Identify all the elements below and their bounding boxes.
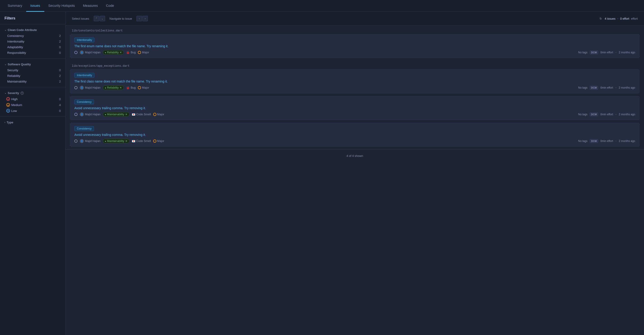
type-label: Type	[6, 121, 13, 124]
filter-section-severity-header[interactable]: ⌄ Severity ?	[0, 90, 65, 96]
time-text-3: 2 months ago	[619, 113, 635, 116]
nav-summary[interactable]: Summary	[4, 0, 26, 12]
filter-section-severity: ⌄ Severity ? ● High 0 ▲ Medium 4 ▼ Low 0	[0, 87, 65, 116]
select-next-button[interactable]: ⌄	[100, 16, 105, 21]
filter-responsibility[interactable]: Responsibility 0	[0, 50, 65, 56]
severity-help-icon[interactable]: ?	[20, 92, 24, 95]
smell-icon-2: 💌	[132, 140, 135, 143]
dcm-badge-1: DCM	[590, 51, 598, 54]
nav-measures[interactable]: Measures	[79, 0, 102, 12]
issue-card-2[interactable]: Intentionality The first class name does…	[70, 70, 640, 93]
software-quality-label: Software Quality	[8, 62, 31, 66]
filter-reliability[interactable]: Reliability 2	[0, 73, 65, 79]
severity-label: Severity	[8, 91, 19, 95]
filter-section-type-header[interactable]: › Type	[0, 119, 65, 126]
filter-intentionality-label: Intentionality	[7, 40, 24, 43]
issue-severity-label-1: Major	[142, 51, 149, 54]
effort-text-3: 0min effort	[600, 113, 613, 116]
chevron-down-icon-sq: ⌄	[4, 63, 6, 66]
status-radio-2[interactable]	[74, 86, 78, 89]
refresh-icon[interactable]: ↻	[598, 16, 603, 21]
issue-card-1[interactable]: Intentionality The first enum name does …	[70, 34, 640, 58]
issue-tag-intentionality-1: Intentionality	[74, 38, 94, 42]
severity-dot-2	[138, 86, 141, 89]
severity-low-label: Low	[11, 109, 17, 112]
status-radio-4[interactable]	[74, 140, 78, 143]
issue-tag-consistency-2: Consistency	[74, 126, 94, 131]
status-radio-3[interactable]	[74, 113, 78, 116]
badge-reliability-x-1: ✕	[120, 51, 122, 54]
no-tags-2: No tags	[578, 86, 587, 89]
filter-consistency-label: Consistency	[7, 34, 24, 38]
sidebar: Filters ⌄ Clean Code Attribute Consisten…	[0, 12, 66, 335]
issue-group-2: lib/exceptions/app_exceptions.dart Inten…	[66, 61, 644, 93]
filter-adaptability[interactable]: Adaptability 0	[0, 44, 65, 50]
severity-dot-4	[153, 140, 156, 143]
issue-type-label-4: Code Smell	[136, 140, 151, 143]
filter-adaptability-label: Adaptability	[7, 46, 23, 49]
issue-type-4: 💌 Code Smell	[132, 140, 151, 143]
nav-issues[interactable]: Issues	[26, 0, 44, 12]
filter-consistency[interactable]: Consistency 2	[0, 33, 65, 39]
filter-responsibility-label: Responsibility	[7, 51, 26, 54]
issue-severity-1: Major	[138, 51, 149, 54]
issue-title-1[interactable]: The first enum name does not match the f…	[74, 44, 635, 48]
issue-type-1: 🐞 Bug	[126, 51, 136, 54]
filter-security[interactable]: Security 0	[0, 67, 65, 73]
issue-title-4[interactable]: Avoid unnecessary trailing comma. Try re…	[74, 133, 635, 136]
filter-section-software-quality-header[interactable]: ⌄ Software Quality	[0, 61, 65, 67]
navigate-next-button[interactable]: ›	[142, 16, 148, 21]
issue-group-3: Consistency Avoid unnecessary trailing c…	[66, 96, 644, 147]
time-text-2: 2 months ago	[619, 86, 635, 89]
maintainability-badge-1[interactable]: ● Maintainability ✕	[103, 112, 130, 117]
effort-label: effort	[631, 17, 638, 20]
severity-medium-label: Medium	[11, 103, 22, 107]
user-meta-2: 👤 Majid Hajian	[80, 86, 100, 90]
severity-dot-3	[153, 113, 156, 116]
issue-right-2: No tags DCM 0min effort • 2 months ago	[578, 86, 635, 90]
filter-maintainability[interactable]: Maintainability 2	[0, 79, 65, 84]
issue-title-2[interactable]: The first class name does not match the …	[74, 80, 635, 83]
toolbar: Select issues ⌃ ⌄ Navigate to issue ‹ › …	[66, 12, 644, 26]
filter-section-clean-code-header[interactable]: ⌄ Clean Code Attribute	[0, 27, 65, 33]
filter-intentionality[interactable]: Intentionality 2	[0, 39, 65, 44]
toolbar-right: ↻ 4 issues • 0 effort effort	[598, 16, 638, 21]
time-text-1: 2 months ago	[619, 51, 635, 54]
navigate-prev-button[interactable]: ‹	[136, 16, 142, 21]
issue-type-label-3: Code Smell	[136, 113, 151, 116]
severity-medium-count: 4	[59, 103, 61, 107]
issue-type-label-2: Bug	[130, 86, 136, 89]
file-path-2: lib/exceptions/app_exceptions.dart	[66, 61, 644, 70]
severity-dot-1	[138, 51, 141, 54]
nav-security-hotspots[interactable]: Security Hotspots	[44, 0, 79, 12]
nav-code[interactable]: Code	[102, 0, 118, 12]
severity-low[interactable]: ▼ Low 0	[0, 108, 65, 114]
navigate-to-issue-label: Navigate to issue	[110, 17, 132, 20]
status-radio-1[interactable]	[74, 51, 78, 54]
issue-card-3[interactable]: Consistency Avoid unnecessary trailing c…	[70, 96, 640, 120]
badge-reliability-label-1: Reliability	[107, 51, 119, 54]
filter-intentionality-count: 2	[59, 40, 61, 43]
top-navigation: Summary Issues Security Hotspots Measure…	[0, 0, 644, 12]
user-meta-1: 👤 Majid Hajian	[80, 50, 100, 54]
badge-maintainability-icon-2: ●	[105, 140, 106, 142]
select-prev-button[interactable]: ⌃	[94, 16, 99, 21]
maintainability-badge-2[interactable]: ● Maintainability ✕	[103, 139, 130, 143]
issue-severity-3: Major	[153, 113, 164, 116]
file-path-1: lib/constants/collections.dart	[66, 26, 644, 34]
user-name-1: Majid Hajian	[85, 51, 100, 54]
issue-card-4[interactable]: Consistency Avoid unnecessary trailing c…	[70, 123, 640, 147]
reliability-badge-1[interactable]: ● Reliability ✕	[103, 50, 124, 55]
issue-title-3[interactable]: Avoid unnecessary trailing comma. Try re…	[74, 106, 635, 110]
clean-code-label: Clean Code Attribute	[8, 28, 37, 32]
issue-tag-consistency-1: Consistency	[74, 100, 94, 104]
severity-high[interactable]: ● High 0	[0, 96, 65, 102]
bug-icon-2: 🐞	[126, 86, 130, 90]
issue-severity-4: Major	[153, 140, 164, 143]
badge-reliability-label-2: Reliability	[107, 86, 119, 89]
badge-reliability-x-2: ✕	[120, 86, 122, 89]
severity-medium[interactable]: ▲ Medium 4	[0, 102, 65, 108]
badge-maintainability-x-2: ✕	[125, 140, 128, 143]
reliability-badge-2[interactable]: ● Reliability ✕	[103, 86, 124, 90]
footer-count: 4 of 4 shown	[66, 150, 644, 162]
